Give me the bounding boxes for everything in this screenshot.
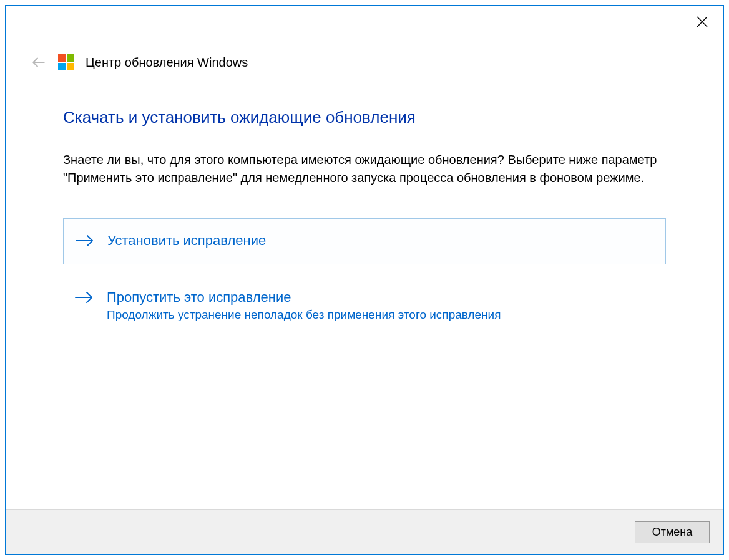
option-title: Установить исправление — [107, 233, 266, 249]
arrow-right-icon — [74, 291, 94, 307]
close-icon — [696, 16, 708, 28]
windows-logo-icon — [58, 54, 74, 70]
dialog-content: Скачать и установить ожидающие обновлени… — [6, 70, 723, 509]
option-install-fix[interactable]: Установить исправление — [63, 218, 666, 264]
option-text: Установить исправление — [107, 233, 266, 249]
description-text: Знаете ли вы, что для этого компьютера и… — [63, 151, 666, 187]
main-heading: Скачать и установить ожидающие обновлени… — [63, 108, 666, 127]
dialog-footer: Отмена — [6, 509, 723, 554]
close-button[interactable] — [692, 12, 712, 32]
dialog-title: Центр обновления Windows — [86, 56, 248, 70]
dialog-header: Центр обновления Windows — [6, 6, 723, 70]
option-skip-fix[interactable]: Пропустить это исправление Продолжить ус… — [63, 276, 666, 336]
arrow-left-icon — [31, 54, 47, 70]
back-button[interactable] — [31, 54, 47, 70]
cancel-button[interactable]: Отмена — [635, 521, 710, 543]
arrow-right-icon — [75, 234, 95, 250]
option-text: Пропустить это исправление Продолжить ус… — [107, 289, 501, 322]
option-subtitle: Продолжить устранение неполадок без прим… — [107, 308, 501, 322]
option-title: Пропустить это исправление — [107, 289, 501, 306]
troubleshooter-window: Центр обновления Windows Скачать и устан… — [5, 5, 724, 555]
